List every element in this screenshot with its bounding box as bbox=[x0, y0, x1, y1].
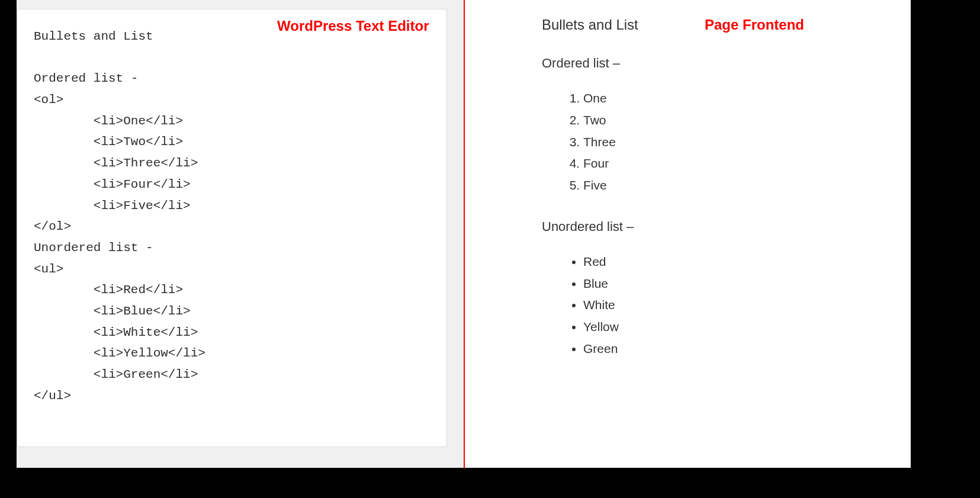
list-item: Yellow bbox=[583, 316, 887, 338]
list-item: Four bbox=[583, 153, 887, 175]
editor-panel: WordPress Text Editor Bullets and List O… bbox=[17, 0, 464, 468]
list-item: One bbox=[583, 88, 887, 110]
list-item: Three bbox=[583, 131, 887, 153]
annotation-editor: WordPress Text Editor bbox=[277, 18, 429, 34]
ordered-heading: Ordered list – bbox=[542, 56, 887, 71]
unordered-list: Red Blue White Yellow Green bbox=[583, 251, 887, 360]
ordered-list: One Two Three Four Five bbox=[583, 88, 887, 197]
list-item: Red bbox=[583, 251, 887, 273]
annotation-frontend: Page Frontend bbox=[705, 17, 804, 33]
text-editor-box[interactable]: Bullets and List Ordered list - <ol> <li… bbox=[17, 9, 447, 447]
comparison-container: WordPress Text Editor Bullets and List O… bbox=[17, 0, 911, 468]
list-item: Two bbox=[583, 110, 887, 131]
unordered-heading: Unordered list – bbox=[542, 219, 887, 234]
list-item: Five bbox=[583, 175, 887, 197]
frontend-panel: Page Frontend Bullets and List Ordered l… bbox=[464, 0, 911, 468]
editor-raw-content[interactable]: Bullets and List Ordered list - <ol> <li… bbox=[34, 26, 430, 406]
list-item: Green bbox=[583, 338, 887, 360]
list-item: Blue bbox=[583, 273, 887, 295]
list-item: White bbox=[583, 294, 887, 316]
